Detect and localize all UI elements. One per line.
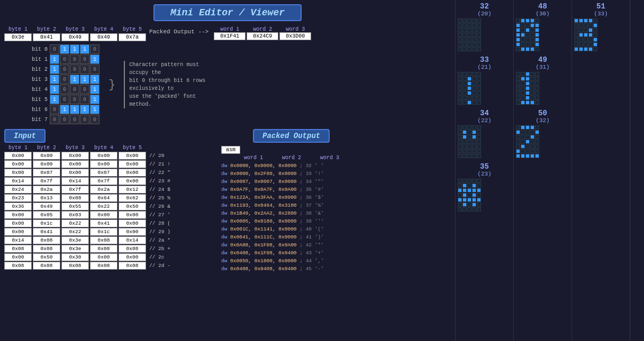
input-cell-9-4[interactable]: 0x00 [119,228,146,236]
bit-cell-1-2[interactable]: 0 [70,54,79,64]
bit-cell-7-4[interactable]: 0 [90,115,99,124]
input-cell-8-4[interactable]: 0x00 [119,219,146,227]
input-cell-10-0[interactable]: 0x14 [4,236,32,244]
bit-cell-0-0[interactable]: 0 [50,44,59,54]
input-cell-4-1[interactable]: 0x2a [33,186,60,193]
input-cell-11-3[interactable]: 0x08 [90,245,117,253]
input-cell-4-0[interactable]: 0x24 [4,186,32,193]
input-cell-2-0[interactable]: 0x00 [4,169,32,177]
bit-cell-2-3[interactable]: 0 [80,64,89,74]
input-cell-4-3[interactable]: 0x2a [90,186,117,193]
bit-cell-5-4[interactable]: 1 [90,95,99,104]
bit-cell-3-3[interactable]: 1 [80,75,89,84]
bit-cell-1-0[interactable]: 1 [50,54,59,64]
input-cell-12-3[interactable]: 0x00 [90,253,117,261]
bit-cell-4-4[interactable]: 1 [90,85,99,94]
bit-cell-1-4[interactable]: 1 [90,54,99,64]
bit-cell-3-0[interactable]: 1 [50,75,59,84]
bit-cell-6-3[interactable]: 1 [80,105,89,114]
input-cell-5-1[interactable]: 0x13 [33,194,60,202]
bit-cell-5-0[interactable]: 1 [50,95,59,104]
bit-cell-7-0[interactable]: 0 [50,115,59,124]
bit-cell-3-2[interactable]: 1 [70,75,79,84]
input-cell-5-4[interactable]: 0x62 [119,194,146,202]
input-cell-6-4[interactable]: 0x50 [119,202,146,210]
input-cell-7-2[interactable]: 0x03 [61,211,89,219]
bit-cell-6-1[interactable]: 1 [60,105,69,114]
bit-cell-4-2[interactable]: 0 [70,85,79,94]
byte-val-3[interactable]: 0x49 [61,33,89,41]
input-cell-13-2[interactable]: 0x08 [61,262,89,270]
input-cell-7-3[interactable]: 0x00 [90,211,117,219]
input-cell-10-4[interactable]: 0x14 [119,236,146,244]
input-cell-0-3[interactable]: 0x00 [90,152,117,160]
bit-cell-0-4[interactable]: 0 [90,44,99,54]
bit-cell-7-1[interactable]: 0 [60,115,69,124]
input-cell-0-0[interactable]: 0x00 [4,152,32,160]
input-cell-6-0[interactable]: 0x36 [4,202,32,210]
input-cell-7-1[interactable]: 0x05 [33,211,60,219]
input-cell-9-1[interactable]: 0x41 [33,228,60,236]
input-cell-11-4[interactable]: 0x08 [119,245,146,253]
input-cell-0-2[interactable]: 0x00 [61,152,89,160]
bit-cell-0-1[interactable]: 1 [60,44,69,54]
bit-cell-4-0[interactable]: 1 [50,85,59,94]
input-cell-1-1[interactable]: 0x00 [33,160,60,168]
bit-cell-4-1[interactable]: 0 [60,85,69,94]
input-cell-3-1[interactable]: 0x7f [33,177,60,185]
input-cell-1-3[interactable]: 0x00 [90,160,117,168]
input-cell-12-0[interactable]: 0x00 [4,253,32,261]
input-cell-11-1[interactable]: 0x08 [33,245,60,253]
input-cell-10-1[interactable]: 0x08 [33,236,60,244]
byte-val-4[interactable]: 0x49 [90,33,117,41]
input-cell-6-3[interactable]: 0x22 [90,202,117,210]
bit-cell-7-3[interactable]: 0 [80,115,89,124]
input-cell-4-4[interactable]: 0x12 [119,186,146,193]
input-cell-2-1[interactable]: 0x07 [33,169,60,177]
byte-val-1[interactable]: 0x3e [4,33,32,41]
bit-cell-0-3[interactable]: 1 [80,44,89,54]
input-cell-3-4[interactable]: 0x00 [119,177,146,185]
bit-cell-5-3[interactable]: 0 [80,95,89,104]
bit-cell-1-3[interactable]: 0 [80,54,89,64]
input-cell-4-2[interactable]: 0x7f [61,186,89,193]
input-cell-6-1[interactable]: 0x49 [33,202,60,210]
input-cell-13-4[interactable]: 0x08 [119,262,146,270]
input-cell-13-0[interactable]: 0x08 [4,262,32,270]
input-cell-8-0[interactable]: 0x00 [4,219,32,227]
bit-cell-3-4[interactable]: 1 [90,75,99,84]
input-cell-13-3[interactable]: 0x08 [90,262,117,270]
bit-cell-3-1[interactable]: 0 [60,75,69,84]
bit-cell-2-2[interactable]: 0 [70,64,79,74]
bit-cell-4-3[interactable]: 0 [80,85,89,94]
input-cell-3-0[interactable]: 0x14 [4,177,32,185]
input-cell-2-2[interactable]: 0x00 [61,169,89,177]
input-cell-2-4[interactable]: 0x00 [119,169,146,177]
input-cell-6-2[interactable]: 0x55 [61,202,89,210]
bit-cell-2-1[interactable]: 0 [60,64,69,74]
input-cell-0-4[interactable]: 0x00 [119,152,146,160]
byte-val-2[interactable]: 0x41 [33,33,60,41]
bit-cell-1-1[interactable]: 0 [60,54,69,64]
input-cell-8-2[interactable]: 0x22 [61,219,89,227]
input-cell-8-3[interactable]: 0x41 [90,219,117,227]
input-cell-5-2[interactable]: 0x08 [61,194,89,202]
input-cell-3-2[interactable]: 0x14 [61,177,89,185]
input-cell-7-0[interactable]: 0x00 [4,211,32,219]
bit-cell-7-2[interactable]: 0 [70,115,79,124]
input-cell-9-2[interactable]: 0x22 [61,228,89,236]
input-cell-1-0[interactable]: 0x00 [4,160,32,168]
input-cell-3-3[interactable]: 0x7f [90,177,117,185]
input-cell-8-1[interactable]: 0x1c [33,219,60,227]
asm-tab[interactable]: asm [221,146,240,154]
input-cell-10-2[interactable]: 0x3e [61,236,89,244]
bit-cell-0-2[interactable]: 1 [70,44,79,54]
input-cell-12-2[interactable]: 0x30 [61,253,89,261]
input-cell-13-1[interactable]: 0x08 [33,262,60,270]
bit-cell-2-0[interactable]: 1 [50,64,59,74]
input-cell-2-3[interactable]: 0x07 [90,169,117,177]
input-cell-9-0[interactable]: 0x00 [4,228,32,236]
input-cell-9-3[interactable]: 0x1c [90,228,117,236]
bit-cell-6-2[interactable]: 1 [70,105,79,114]
bit-cell-5-2[interactable]: 0 [70,95,79,104]
